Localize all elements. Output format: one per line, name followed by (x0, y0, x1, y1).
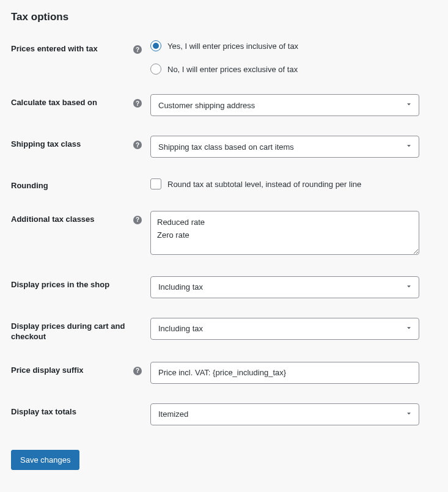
label-display-totals: Display tax totals (11, 407, 128, 417)
textarea-additional-classes[interactable] (150, 211, 419, 255)
radio-label: Yes, I will enter prices inclusive of ta… (167, 42, 298, 51)
row-prices-entered-with-tax: Prices entered with tax ? Yes, I will en… (11, 40, 437, 75)
row-rounding: Rounding Round tax at subtotal level, in… (11, 177, 437, 191)
row-additional-tax-classes: Additional tax classes ? (11, 211, 437, 257)
radio-circle-icon (150, 64, 161, 75)
select-value: Customer shipping address (158, 101, 255, 110)
radio-circle-icon (150, 40, 161, 51)
radio-inclusive[interactable]: Yes, I will enter prices inclusive of ta… (150, 40, 419, 51)
row-shipping-tax-class: Shipping tax class ? Shipping tax class … (11, 136, 437, 158)
checkbox-label: Round tax at subtotal level, instead of … (167, 180, 361, 189)
select-calc-based[interactable]: Customer shipping address (150, 94, 419, 116)
label-rounding: Rounding (11, 181, 128, 191)
label-shipping-class: Shipping tax class (11, 139, 128, 150)
checkbox-rounding[interactable]: Round tax at subtotal level, instead of … (150, 177, 419, 189)
label-prices-tax: Prices entered with tax (11, 44, 128, 54)
select-value: Itemized (158, 409, 188, 419)
row-display-prices-cart: Display prices during cart and checkout … (11, 318, 437, 342)
select-value: Including tax (158, 324, 203, 333)
row-price-display-suffix: Price display suffix ? (11, 362, 437, 384)
help-icon[interactable]: ? (133, 141, 142, 149)
select-value: Shipping tax class based on cart items (158, 142, 294, 152)
page-title: Tax options (11, 11, 437, 23)
label-additional-classes: Additional tax classes (11, 215, 128, 225)
row-display-prices-shop: Display prices in the shop Including tax (11, 276, 437, 298)
radio-label: No, I will enter prices exclusive of tax (167, 65, 298, 74)
select-display-totals[interactable]: Itemized (150, 403, 419, 425)
save-button[interactable]: Save changes (11, 450, 79, 470)
select-display-shop[interactable]: Including tax (150, 276, 419, 298)
label-price-suffix: Price display suffix (11, 365, 128, 376)
help-icon[interactable]: ? (133, 99, 142, 108)
row-calculate-tax-based-on: Calculate tax based on ? Customer shippi… (11, 94, 437, 116)
label-display-cart: Display prices during cart and checkout (11, 321, 128, 342)
label-display-shop: Display prices in the shop (11, 280, 128, 290)
select-display-cart[interactable]: Including tax (150, 318, 419, 340)
select-value: Including tax (158, 282, 203, 292)
input-price-suffix[interactable] (150, 362, 419, 384)
help-icon[interactable]: ? (133, 216, 142, 224)
help-icon[interactable]: ? (133, 367, 142, 375)
help-icon[interactable]: ? (133, 45, 142, 54)
radio-exclusive[interactable]: No, I will enter prices exclusive of tax (150, 64, 419, 75)
select-shipping-class[interactable]: Shipping tax class based on cart items (150, 136, 419, 158)
label-calc-based: Calculate tax based on (11, 98, 128, 108)
row-display-tax-totals: Display tax totals Itemized (11, 403, 437, 425)
checkbox-icon (150, 178, 161, 189)
